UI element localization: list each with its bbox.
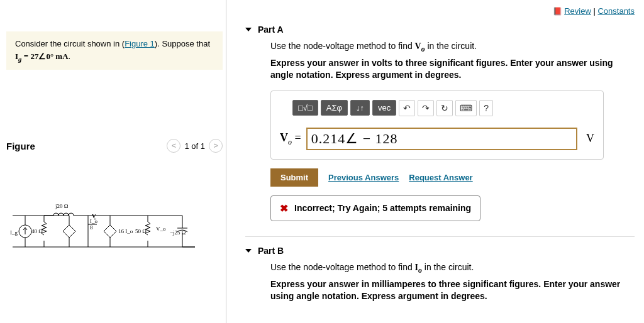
submit-button[interactable]: Submit — [270, 168, 318, 187]
part-a-title: Part A — [258, 25, 284, 35]
vector-button[interactable]: vec — [372, 100, 396, 116]
keyboard-button[interactable]: ⌨ — [455, 100, 477, 116]
answer-unit: V — [586, 132, 594, 145]
svg-text:8: 8 — [90, 224, 93, 231]
help-button[interactable]: ? — [479, 100, 493, 116]
svg-text:−j25 Ω: −j25 Ω — [170, 229, 186, 236]
answer-box: □√□ ΑΣφ ↓↑ vec ↶ ↷ ↻ ⌨ ? Vo = V — [270, 90, 604, 160]
topbar: Review | Constants — [245, 6, 635, 16]
template-button[interactable]: □√□ — [292, 100, 318, 116]
equation-variable: Vo = — [280, 131, 301, 147]
answer-input[interactable] — [306, 128, 577, 150]
svg-text:16 I_o: 16 I_o — [118, 228, 133, 234]
part-a-instructions: Express your answer in volts to three si… — [270, 57, 635, 82]
right-panel: Review | Constants Part A Use the node-v… — [226, 0, 644, 323]
figure-link[interactable]: Figure 1 — [125, 39, 155, 48]
constants-link[interactable]: Constants — [597, 6, 635, 16]
figure-header: Figure < 1 of 1 > — [6, 139, 223, 153]
problem-text-prefix: Consider the circuit shown in ( — [15, 39, 125, 48]
figure-pager-text: 1 of 1 — [184, 141, 205, 151]
part-a-header[interactable]: Part A — [245, 25, 635, 35]
problem-equation-rest: = 27∠0° mA — [21, 52, 68, 61]
problem-statement: Consider the circuit shown in (Figure 1)… — [6, 31, 223, 70]
request-answer-link[interactable]: Request Answer — [409, 173, 472, 182]
figure-label: Figure — [6, 141, 35, 151]
subscript-button[interactable]: ↓↑ — [350, 100, 370, 116]
feedback-box: ✖ Incorrect; Try Again; 5 attempts remai… — [270, 195, 480, 221]
review-link[interactable]: Review — [564, 6, 591, 16]
redo-button[interactable]: ↷ — [418, 100, 434, 116]
circuit-diagram: I_g j20 Ω 40 Ω I_o 8 16 I_o 50 Ω V_o −j2… — [6, 197, 201, 260]
problem-text-suffix: ). Suppose that — [155, 39, 210, 48]
feedback-text: Incorrect; Try Again; 5 attempts remaini… — [294, 203, 471, 213]
svg-text:40 Ω: 40 Ω — [31, 228, 43, 234]
equation-toolbar: □√□ ΑΣφ ↓↑ vec ↶ ↷ ↻ ⌨ ? — [292, 100, 594, 116]
symbols-button[interactable]: ΑΣφ — [321, 100, 348, 116]
svg-text:I_g: I_g — [10, 229, 18, 236]
left-panel: Consider the circuit shown in (Figure 1)… — [0, 0, 226, 323]
svg-text:V_o: V_o — [156, 226, 166, 232]
part-b-prompt: Use the node-voltage method to find Io i… — [270, 262, 635, 275]
equation-row: Vo = V — [280, 128, 594, 150]
undo-button[interactable]: ↶ — [399, 100, 415, 116]
figure-pager: < 1 of 1 > — [167, 139, 223, 153]
part-b-header[interactable]: Part B — [245, 246, 635, 256]
svg-marker-14 — [104, 225, 116, 238]
part-a-prompt: Use the node-voltage method to find Vo i… — [270, 41, 635, 53]
svg-text:o: o — [94, 217, 96, 221]
book-icon — [552, 6, 562, 13]
x-icon: ✖ — [280, 202, 288, 214]
figure-next-button[interactable]: > — [209, 139, 223, 153]
previous-answers-link[interactable]: Previous Answers — [328, 173, 399, 182]
submit-row: Submit Previous Answers Request Answer — [270, 168, 635, 187]
caret-down-icon — [245, 249, 252, 253]
caret-down-icon — [245, 28, 252, 31]
part-b-title: Part B — [258, 246, 284, 256]
svg-text:50 Ω: 50 Ω — [135, 228, 147, 234]
divider — [245, 236, 635, 237]
figure-prev-button[interactable]: < — [167, 139, 180, 153]
reset-button[interactable]: ↻ — [436, 100, 453, 116]
svg-marker-10 — [63, 225, 75, 238]
part-b-instructions: Express your answer in milliamperes to t… — [270, 278, 635, 303]
svg-text:j20 Ω: j20 Ω — [55, 203, 69, 209]
